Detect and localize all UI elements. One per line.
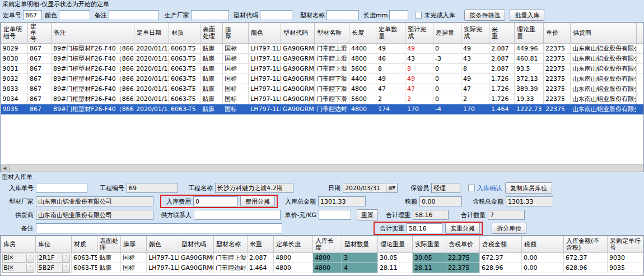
grid-cell[interactable]: 国标	[223, 84, 249, 94]
grid-row[interactable]: B区˅2R1F˅6063-T5贴膜国标LH797-1LL0GA90GRM03门带…	[1, 253, 644, 263]
grid-cell[interactable]: 89#门框型材F26-F40（866+867）	[52, 44, 134, 54]
column-header[interactable]: 长度	[349, 23, 376, 44]
grid-cell[interactable]: 2020/01/13	[134, 74, 169, 84]
column-header[interactable]: 材质	[169, 23, 200, 44]
supplier-contact-input[interactable]	[194, 210, 281, 220]
grid-cell[interactable]: 22.375	[446, 263, 480, 273]
grid-row[interactable]: 903486789#门框型材F26-F40（866+867）2020/01/13…	[1, 94, 644, 104]
grid-cell[interactable]: 867	[28, 64, 52, 74]
grid-row[interactable]: 903086789#门框型材F26-F40（866+867）2020/01/13…	[1, 54, 644, 64]
grid-cell[interactable]: 6063-T5	[169, 44, 200, 54]
grid-cell[interactable]: 22.375	[446, 253, 480, 263]
column-header[interactable]: 材质	[72, 236, 97, 253]
filter-profile-code-input[interactable]	[260, 10, 292, 20]
column-header[interactable]: 差异量	[433, 23, 461, 44]
grid-cell[interactable]: 89#门框型材F26-F40（866+867）	[52, 104, 134, 114]
grid-cell[interactable]: 2R1F˅	[36, 253, 72, 263]
grid-cell[interactable]: 9035	[1, 104, 28, 114]
column-header[interactable]: 型材代码	[179, 236, 214, 253]
grid-cell[interactable]: 山东南山铝业股份有限公司	[571, 44, 637, 54]
grid-cell[interactable]: 4800	[349, 104, 376, 114]
supplier-input[interactable]	[36, 210, 153, 220]
grid-cell[interactable]: 贴膜	[200, 104, 223, 114]
grid-cell[interactable]: 山东南山铝业股份有限公司	[571, 64, 637, 74]
reset-button[interactable]: 重置	[357, 209, 378, 220]
column-header[interactable]: 采购定单行号	[608, 236, 644, 253]
inbound-no-input[interactable]	[36, 183, 87, 193]
grid-cell[interactable]: 89#门框型材F26-F40（866+867）	[52, 74, 134, 84]
grid-cell[interactable]: 2	[405, 94, 433, 104]
total-qty-input[interactable]	[488, 210, 525, 220]
grid-cell[interactable]: 89#门框型材F26-F40（866+867）	[52, 94, 134, 104]
grid-cell[interactable]: 1.464	[489, 104, 515, 114]
grid-cell[interactable]: GA90GRM04	[281, 74, 315, 84]
grid-cell[interactable]: 2020/01/13	[134, 94, 169, 104]
grid-cell[interactable]: GA90GRM03	[281, 54, 315, 64]
calendar-dropdown-icon[interactable]: ▦▼	[386, 183, 398, 193]
horizontal-scrollbar[interactable]: ◀	[1, 164, 643, 172]
grid-cell[interactable]: 389.39	[515, 84, 544, 94]
grid-cell[interactable]: B区˅	[1, 263, 36, 273]
column-header[interactable]: 库位	[36, 236, 72, 253]
copy-location-button[interactable]: 复制库房库位	[505, 182, 552, 194]
grid-cell[interactable]: 89#门框型材F26-F40（866+867）	[52, 84, 134, 94]
grid-cell[interactable]: GA90GRM03	[179, 253, 214, 263]
grid-cell[interactable]: 174	[376, 104, 405, 114]
grid-cell[interactable]: 8	[461, 64, 489, 74]
actual-weight-allocate-button[interactable]: 实重分摊	[445, 223, 480, 234]
grid-cell[interactable]: 0	[433, 74, 461, 84]
grid-cell[interactable]: LH797-1LL0	[249, 44, 281, 54]
grid-cell[interactable]: 0.00	[522, 263, 564, 273]
column-header[interactable]: 理论重量	[378, 236, 413, 253]
grid-cell[interactable]	[637, 104, 644, 114]
grid-cell[interactable]: 49	[461, 74, 489, 84]
column-header[interactable]: 库房	[1, 236, 36, 253]
grid-cell[interactable]	[637, 44, 644, 54]
grid-cell[interactable]: 46	[376, 54, 405, 64]
grid-cell[interactable]: 0	[433, 94, 461, 104]
grid-cell[interactable]: 4800	[349, 84, 376, 94]
grid-cell[interactable]: 19.33	[515, 94, 544, 104]
column-header[interactable]: 定单日期	[134, 23, 169, 44]
grid-cell[interactable]: 22375	[544, 44, 571, 54]
grid-cell[interactable]: 门带腔下滑	[315, 74, 349, 84]
grid-cell[interactable]: 43	[461, 54, 489, 64]
grid-cell[interactable]: 22375	[544, 64, 571, 74]
grid-cell[interactable]: 170	[405, 104, 433, 114]
grid-row[interactable]: 903286789#门框型材F26-F40（866+867）2020/01/13…	[1, 74, 644, 84]
tax-input[interactable]	[419, 196, 462, 206]
column-header[interactable]: 表面处理	[97, 236, 121, 253]
inbound-fee-input[interactable]	[193, 196, 238, 206]
grid-cell[interactable]: 49	[405, 74, 433, 84]
column-header[interactable]: 入库金额(不含税)	[564, 236, 608, 253]
grid-cell[interactable]: 22375	[544, 74, 571, 84]
grid-cell[interactable]: 贴膜	[200, 74, 223, 84]
grid-cell[interactable]: 460.81	[515, 54, 544, 64]
filter-profile-name-input[interactable]	[326, 10, 359, 20]
grid-cell[interactable]: 867	[28, 94, 52, 104]
filter-manufacturer-input[interactable]	[191, 10, 229, 20]
grid-cell[interactable]: 9029	[1, 44, 28, 54]
grid-row[interactable]: 902986789#门框型材F26-F40（866+867）2020/01/13…	[1, 44, 644, 54]
grid-cell[interactable]: 门带腔上滑	[315, 64, 349, 74]
column-header[interactable]: 理论重量	[515, 23, 544, 44]
inbound-total-input[interactable]	[318, 196, 366, 206]
grid-cell[interactable]: 山东南山铝业股份有限公司	[571, 74, 637, 84]
column-header[interactable]: 供货商	[571, 23, 637, 44]
column-header[interactable]: 米重	[248, 236, 274, 253]
fee-allocate-button[interactable]: 费用分摊	[240, 196, 275, 207]
date-input[interactable]	[343, 183, 386, 193]
grid-cell[interactable]: 4400	[349, 74, 376, 84]
column-header[interactable]: 单价	[544, 23, 571, 44]
grid-cell[interactable]: GA90GRM03	[281, 44, 315, 54]
grid-cell[interactable]: 山东南山铝业股份有限公司	[571, 84, 637, 94]
grid-cell[interactable]: LH797-1LL0	[147, 263, 179, 273]
column-header[interactable]: 定单数量	[376, 23, 405, 44]
column-header[interactable]: 税额	[522, 236, 564, 253]
column-header[interactable]: 实际重量	[413, 236, 446, 253]
project-no-input[interactable]	[127, 183, 178, 193]
column-header[interactable]: 膜厚	[121, 236, 147, 253]
grid-cell[interactable]: 4800	[313, 263, 342, 273]
column-header[interactable]: 定单号	[28, 23, 52, 44]
dropdown-arrow-icon[interactable]: ˅	[26, 254, 34, 262]
